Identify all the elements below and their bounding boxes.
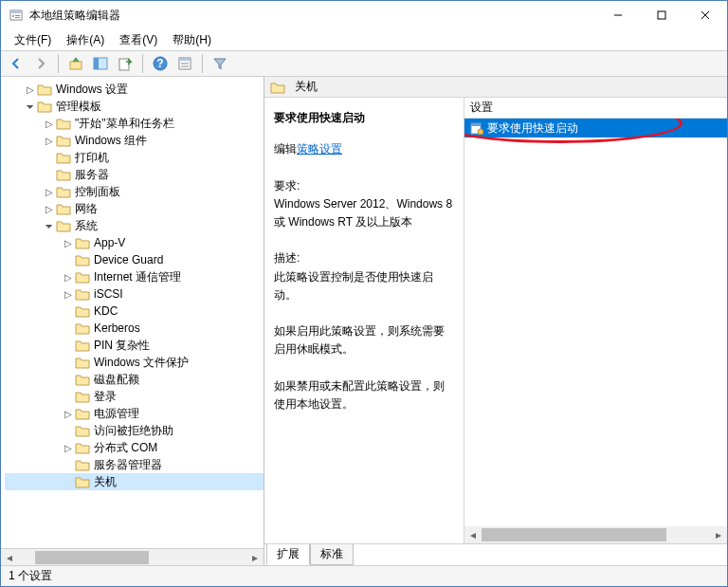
tree-node-server-manager[interactable]: 服务器管理器 <box>5 456 264 473</box>
tree-horizontal-scrollbar[interactable]: ◂ ▸ <box>1 548 264 565</box>
tree-node-network[interactable]: ▷网络 <box>5 200 264 217</box>
window-title: 本地组策略编辑器 <box>29 8 596 24</box>
tree-node-appv[interactable]: ▷App-V <box>5 234 264 251</box>
folder-icon <box>75 253 90 266</box>
tree-node-internet-comm[interactable]: ▷Internet 通信管理 <box>5 268 264 285</box>
tree-label: 网络 <box>75 201 98 217</box>
content: ▷Windows 设置 ⏷管理模板 ▷"开始"菜单和任务栏 ▷Windows 组… <box>1 77 727 565</box>
description-text: 此策略设置控制是否使用快速启动。 <box>274 268 454 304</box>
list-horizontal-scrollbar[interactable]: ◂ ▸ <box>464 526 727 543</box>
description-column: 要求使用快速启动 编辑策略设置 要求: Windows Server 2012、… <box>264 98 464 543</box>
back-button[interactable] <box>5 52 27 75</box>
policy-item-icon <box>470 121 483 135</box>
svg-rect-3 <box>15 15 20 16</box>
folder-icon <box>75 356 90 369</box>
svg-text:?: ? <box>156 57 163 70</box>
scrollbar-thumb[interactable] <box>482 528 666 541</box>
tree-node-kerberos[interactable]: Kerberos <box>5 320 264 337</box>
tree-label: Windows 组件 <box>75 133 147 149</box>
expander-icon[interactable]: ▷ <box>43 202 56 215</box>
tree-label: Device Guard <box>94 253 163 266</box>
settings-list-row[interactable]: 要求使用快速启动 <box>464 119 727 138</box>
tree-label: 打印机 <box>75 150 109 166</box>
tree-label: 管理模板 <box>56 99 101 115</box>
filter-button[interactable] <box>209 52 231 75</box>
tree-node-login[interactable]: 登录 <box>5 388 264 405</box>
tree-node-pin[interactable]: PIN 复杂性 <box>5 337 264 354</box>
menu-view[interactable]: 查看(V) <box>112 30 165 50</box>
edit-policy-link[interactable]: 策略设置 <box>297 142 342 156</box>
tree-node-kdc[interactable]: KDC <box>5 303 264 320</box>
folder-icon <box>37 100 52 113</box>
description-para-2: 如果禁用或未配置此策略设置，则使用本地设置。 <box>274 377 454 413</box>
tree-label: 磁盘配额 <box>94 372 139 388</box>
expander-icon[interactable]: ▷ <box>62 441 75 454</box>
svg-rect-6 <box>658 11 665 19</box>
tree-label: Windows 文件保护 <box>94 355 189 371</box>
expander-icon[interactable]: ▷ <box>62 287 75 301</box>
tree-label: "开始"菜单和任务栏 <box>75 116 174 132</box>
folder-icon <box>75 321 90 335</box>
scroll-left-icon[interactable]: ◂ <box>464 526 482 543</box>
tree-node-device-guard[interactable]: Device Guard <box>5 251 264 268</box>
tree-node-control-panel[interactable]: ▷控制面板 <box>5 183 264 200</box>
maximize-button[interactable] <box>640 1 683 29</box>
tree-node-dcom[interactable]: ▷分布式 COM <box>5 439 264 456</box>
menu-file[interactable]: 文件(F) <box>7 30 59 50</box>
expander-icon[interactable]: ⏷ <box>43 219 56 232</box>
menu-action[interactable]: 操作(A) <box>59 30 112 50</box>
folder-icon <box>56 202 71 215</box>
requirements-label: 要求: <box>274 177 454 195</box>
tree-node-system[interactable]: ⏷系统 <box>5 217 264 234</box>
export-button[interactable] <box>114 52 136 75</box>
expander-icon[interactable]: ▷ <box>43 185 56 198</box>
expander-icon[interactable]: ▷ <box>62 236 75 249</box>
tree-label: Internet 通信管理 <box>94 269 181 285</box>
properties-button[interactable] <box>173 52 196 75</box>
tree-node-printers[interactable]: 打印机 <box>5 149 264 166</box>
expander-icon[interactable]: ▷ <box>62 270 75 284</box>
tree[interactable]: ▷Windows 设置 ⏷管理模板 ▷"开始"菜单和任务栏 ▷Windows 组… <box>1 77 264 548</box>
scroll-right-icon[interactable]: ▸ <box>710 526 727 543</box>
tree-node-iscsi[interactable]: ▷iSCSI <box>5 285 264 303</box>
forward-button[interactable] <box>29 52 52 75</box>
tree-node-windows-components[interactable]: ▷Windows 组件 <box>5 132 264 149</box>
tree-label: 系统 <box>75 218 98 234</box>
minimize-button[interactable] <box>596 1 640 29</box>
tab-standard[interactable]: 标准 <box>310 544 354 565</box>
tree-node-disk-quota[interactable]: 磁盘配额 <box>5 371 264 388</box>
expander-icon[interactable]: ▷ <box>43 134 56 147</box>
svg-rect-1 <box>10 10 22 13</box>
help-button[interactable]: ? <box>149 52 172 75</box>
folder-icon <box>75 373 90 386</box>
svg-rect-4 <box>15 17 20 18</box>
expander-icon[interactable]: ▷ <box>62 407 75 420</box>
right-body: 要求使用快速启动 编辑策略设置 要求: Windows Server 2012、… <box>264 98 727 544</box>
menubar: 文件(F) 操作(A) 查看(V) 帮助(H) <box>1 29 727 50</box>
tree-node-admin-templates[interactable]: ⏷管理模板 <box>5 98 264 115</box>
folder-icon <box>56 151 71 164</box>
show-hide-tree-button[interactable] <box>89 52 112 75</box>
tree-label: App-V <box>94 236 125 249</box>
tree-node-windows-settings[interactable]: ▷Windows 设置 <box>5 81 264 98</box>
tree-node-servers[interactable]: 服务器 <box>5 166 264 183</box>
close-button[interactable] <box>683 1 727 29</box>
toolbar-sep-1 <box>58 54 59 73</box>
tab-extended[interactable]: 扩展 <box>266 544 310 565</box>
tree-node-access-denied[interactable]: 访问被拒绝协助 <box>5 422 264 439</box>
menu-help[interactable]: 帮助(H) <box>165 30 219 50</box>
tree-node-shutdown[interactable]: 关机 <box>5 473 264 490</box>
titlebar: 本地组策略编辑器 <box>1 1 727 29</box>
up-button[interactable] <box>64 52 87 75</box>
tree-node-wfp[interactable]: Windows 文件保护 <box>5 354 264 371</box>
tree-node-power[interactable]: ▷电源管理 <box>5 405 264 422</box>
tree-node-start-menu[interactable]: ▷"开始"菜单和任务栏 <box>5 115 264 132</box>
settings-column-header[interactable]: 设置 <box>464 98 727 119</box>
expander-icon[interactable]: ▷ <box>24 83 37 96</box>
expander-icon[interactable]: ⏷ <box>24 100 37 113</box>
scrollbar-thumb[interactable] <box>35 551 149 564</box>
tree-label: 控制面板 <box>75 184 120 200</box>
expander-icon[interactable]: ▷ <box>43 117 56 130</box>
toolbar: ? <box>1 50 727 77</box>
svg-point-21 <box>478 129 483 135</box>
